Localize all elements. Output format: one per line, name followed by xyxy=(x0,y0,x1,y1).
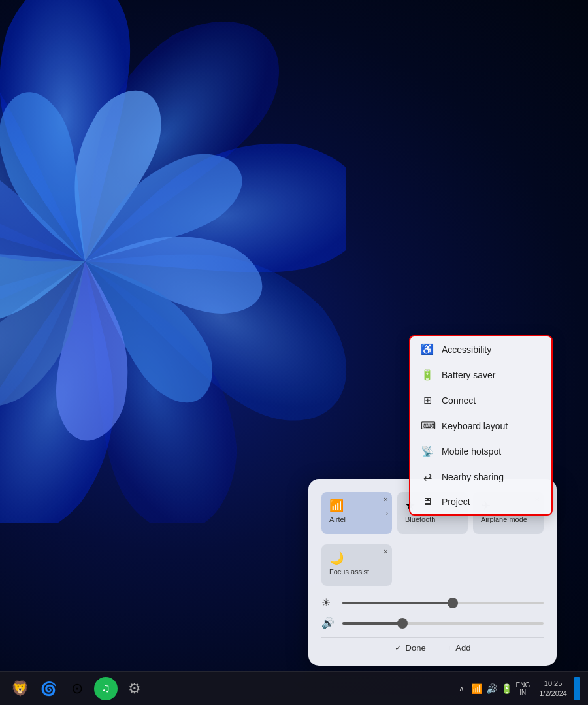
accessibility-label: Accessibility xyxy=(442,344,491,355)
volume-slider[interactable] xyxy=(342,622,544,625)
connect-label: Connect xyxy=(442,395,476,406)
qs-tile-focus[interactable]: ✕ 🌙 Focus assist xyxy=(321,544,392,586)
taskbar-tray-icons: 📶 🔊 🔋 xyxy=(471,683,512,694)
overflow-nearby-sharing[interactable]: ⇄ Nearby sharing xyxy=(410,464,551,489)
overflow-keyboard-layout[interactable]: ⌨ Keyboard layout xyxy=(410,413,551,438)
taskbar-volume-icon[interactable]: 🔊 xyxy=(486,683,497,694)
brightness-icon: ☀ xyxy=(321,597,336,609)
taskbar-settings-icon[interactable]: ⚙ xyxy=(123,677,146,700)
brightness-thumb[interactable] xyxy=(448,598,458,608)
add-button[interactable]: + Add xyxy=(447,643,471,653)
lang-sub-text: IN xyxy=(519,689,526,696)
qs-tile-wifi[interactable]: ✕ 📶 Airtel › xyxy=(321,492,392,534)
bloom-wallpaper xyxy=(0,0,346,523)
accessibility-icon: ♿ xyxy=(421,343,434,355)
volume-thumb[interactable] xyxy=(397,618,408,629)
battery-bar xyxy=(574,677,580,700)
wifi-icon: 📶 xyxy=(329,499,384,513)
taskbar-language[interactable]: ENG IN xyxy=(516,681,531,696)
taskbar-brave-icon[interactable]: 🦁 xyxy=(8,677,31,700)
add-label: Add xyxy=(455,643,470,653)
taskbar-chevron-icon[interactable]: ∧ xyxy=(459,684,465,693)
keyboard-layout-icon: ⌨ xyxy=(421,419,434,432)
clock-time: 10:25 xyxy=(544,679,563,688)
overflow-accessibility[interactable]: ♿ Accessibility xyxy=(410,336,551,362)
brightness-track xyxy=(342,602,453,604)
focus-pin-icon: ✕ xyxy=(383,548,388,555)
battery-saver-icon: 🔋 xyxy=(421,369,434,381)
volume-slider-row: 🔊 xyxy=(321,617,544,629)
done-button[interactable]: ✓ Done xyxy=(395,643,426,653)
overflow-project[interactable]: 🖥 Project xyxy=(410,489,551,514)
overflow-mobile-hotspot[interactable]: 📡 Mobile hotspot xyxy=(410,438,551,464)
done-check-icon: ✓ xyxy=(395,643,402,653)
volume-icon: 🔊 xyxy=(321,617,336,629)
qs-tiles-row2: ✕ 🌙 Focus assist xyxy=(321,544,544,586)
taskbar-spotify-icon[interactable]: ♫ xyxy=(94,677,118,700)
nearby-sharing-label: Nearby sharing xyxy=(442,472,504,482)
taskbar-wifi-icon[interactable]: 📶 xyxy=(471,683,482,694)
taskbar-chrome-icon[interactable]: ⊙ xyxy=(65,677,89,700)
overflow-battery-saver[interactable]: 🔋 Battery saver xyxy=(410,362,551,387)
taskbar-clock[interactable]: 10:25 1/2/2024 xyxy=(539,679,567,698)
nearby-sharing-icon: ⇄ xyxy=(421,470,434,483)
overflow-connect[interactable]: ⊞ Connect xyxy=(410,387,551,413)
taskbar-edge-icon[interactable]: 🌀 xyxy=(37,677,60,700)
focus-icon: 🌙 xyxy=(329,551,384,565)
brightness-slider-row: ☀ xyxy=(321,597,544,609)
add-plus-icon: + xyxy=(447,643,452,653)
taskbar-right: ∧ 📶 🔊 🔋 ENG IN 10:25 1/2/2024 xyxy=(459,677,581,700)
taskbar-battery-icon[interactable]: 🔋 xyxy=(501,683,512,694)
lang-text: ENG xyxy=(516,681,531,689)
wifi-arrow-icon: › xyxy=(386,510,388,517)
keyboard-layout-label: Keyboard layout xyxy=(442,421,508,431)
focus-label: Focus assist xyxy=(329,568,384,576)
brightness-slider[interactable] xyxy=(342,602,544,604)
battery-saver-label: Battery saver xyxy=(442,370,495,380)
mobile-hotspot-icon: 📡 xyxy=(421,445,434,457)
overflow-menu: ♿ Accessibility 🔋 Battery saver ⊞ Connec… xyxy=(409,335,553,516)
clock-date: 1/2/2024 xyxy=(539,689,567,698)
done-label: Done xyxy=(406,643,426,653)
airplane-label: Airplane mode xyxy=(481,516,536,523)
taskbar: 🦁 🌀 ⊙ ♫ ⚙ ∧ 📶 🔊 🔋 ENG IN 10:25 1/2/2024 xyxy=(0,671,588,705)
taskbar-left: 🦁 🌀 ⊙ ♫ ⚙ xyxy=(8,677,459,700)
connect-icon: ⊞ xyxy=(421,394,434,406)
project-icon: 🖥 xyxy=(421,496,434,508)
project-label: Project xyxy=(442,497,470,507)
mobile-hotspot-label: Mobile hotspot xyxy=(442,446,501,457)
wifi-pin-icon: ✕ xyxy=(383,496,388,503)
volume-track xyxy=(342,622,402,625)
wifi-label: Airtel xyxy=(329,516,384,523)
bluetooth-label: Bluetooth xyxy=(405,516,460,523)
qs-actions-bar: ✓ Done + Add xyxy=(321,637,544,653)
